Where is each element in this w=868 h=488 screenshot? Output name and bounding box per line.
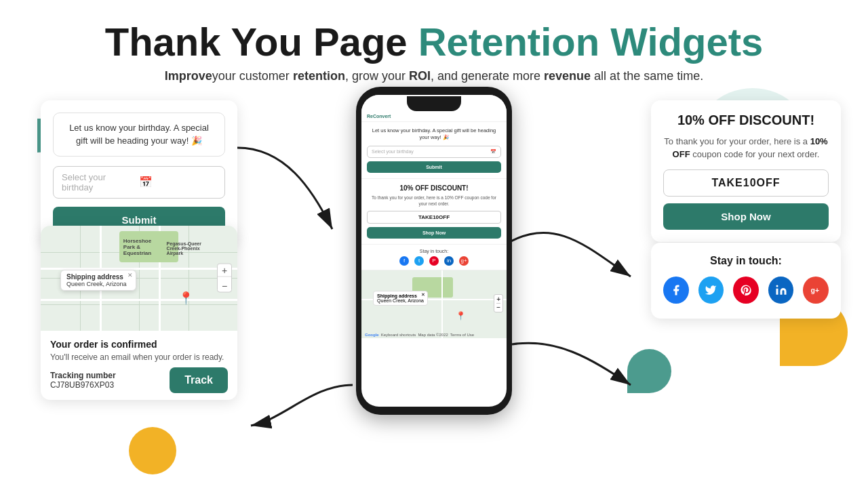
map-zoom-controls: + −	[217, 264, 232, 293]
subtitle-roi: ROI	[409, 69, 431, 83]
map-tooltip-close[interactable]: ✕	[127, 272, 133, 279]
phone-shop-btn[interactable]: Shop Now	[367, 227, 501, 239]
order-info: Your order is confirmed You'll receive a…	[41, 331, 237, 400]
subtitle-improve: Improve	[165, 69, 212, 83]
page-subtitle: Improveyour customer retention, grow you…	[27, 69, 841, 83]
phone-map-zoom: + −	[494, 294, 503, 312]
map-order-widget: HorseshoePark &Equestrian Pegasus-QueerC…	[41, 226, 237, 400]
phone-app-logo: ReConvert	[367, 114, 391, 119]
birthday-bubble-text: Let us know your birthday. A special gif…	[69, 123, 209, 146]
map-location-pin: 📍	[178, 291, 193, 306]
birthday-input-row[interactable]: Select your birthday 📅	[53, 166, 225, 199]
phone-li-icon[interactable]: in	[444, 256, 454, 266]
subtitle-revenue: revenue	[544, 69, 591, 83]
phone-zoom-out[interactable]: −	[496, 303, 500, 311]
facebook-icon[interactable]	[663, 277, 689, 304]
birthday-widget: Let us know your birthday. A special gif…	[41, 100, 237, 245]
birthday-input-placeholder: Select your birthday	[62, 172, 139, 192]
page-header: Thank You Page Retention Widgets Improve…	[0, 0, 868, 94]
track-button[interactable]: Track	[170, 367, 228, 393]
linkedin-icon[interactable]	[768, 277, 794, 304]
tracking-section: Tracking number CJ78UB976XP03 Track	[50, 367, 228, 393]
map-area: HorseshoePark &Equestrian Pegasus-QueerC…	[41, 226, 237, 331]
calendar-icon[interactable]: 📅	[139, 176, 216, 188]
phone-birthday-placeholder: Select your birthday	[372, 149, 414, 154]
phone-social-icons: f t P in g+	[367, 256, 501, 266]
map-zoom-in[interactable]: +	[220, 264, 229, 277]
map-airport-label: Pegasus-QueerCreek-PhoenixAirpark	[167, 241, 201, 256]
phone-social-section: Stay in touch: f t P in g+	[361, 245, 507, 270]
map-zoom-out[interactable]: −	[220, 280, 229, 292]
phone-map-data: Map data ©2022	[418, 333, 448, 337]
phone-tooltip-label: Shipping address	[377, 293, 424, 298]
map-park-label: HorseshoePark &Equestrian	[123, 238, 151, 256]
map-tooltip-value: Queen Creek, Arizona	[66, 281, 130, 287]
title-black: Thank You Page	[105, 20, 418, 64]
discount-desc-text: To thank you for your order, here is a	[664, 136, 810, 146]
discount-title: 10% OFF DISCOUNT!	[663, 113, 829, 128]
phone-discount-title: 10% OFF DISCOUNT!	[367, 184, 501, 192]
subtitle-text2: , grow your	[345, 69, 409, 83]
phone-pi-icon[interactable]: P	[429, 256, 439, 266]
phone-birthday-section: Let us know your birthday. A special gif…	[361, 122, 507, 179]
svg-text:g+: g+	[811, 286, 820, 294]
shop-now-button[interactable]: Shop Now	[663, 203, 829, 230]
phone-mockup: ReConvert Let us know your birthday. A s…	[356, 87, 512, 415]
phone-content: Let us know your birthday. A special gif…	[361, 122, 507, 338]
phone-tooltip-value: Queen Creek, Arizona	[377, 298, 424, 303]
tracking-number: CJ78UB976XP03	[50, 380, 116, 390]
page-title: Thank You Page Retention Widgets	[27, 20, 841, 64]
map-tooltip: ✕ Shipping address Queen Creek, Arizona	[60, 270, 136, 291]
phone-map-section: 📍 Shipping address Queen Creek, Arizona …	[361, 270, 507, 338]
phone-fb-icon[interactable]: f	[399, 256, 409, 266]
social-icons-row: g+	[663, 277, 829, 304]
discount-description: To thank you for your order, here is a 1…	[663, 135, 829, 161]
phone-cal-icon: 📅	[490, 149, 496, 155]
phone-map-tooltip: Shipping address Queen Creek, Arizona ✕	[373, 291, 428, 306]
subtitle-text3: , and generate more	[431, 69, 544, 83]
coupon-code-box: TAKE10OFF	[663, 169, 829, 197]
subtitle-text1: your customer	[212, 69, 293, 83]
phone-map-pin: 📍	[456, 311, 466, 321]
order-confirmed-desc: You'll receive an email when your order …	[50, 352, 228, 362]
pinterest-icon[interactable]	[733, 277, 759, 304]
phone-zoom-in[interactable]: +	[496, 296, 500, 303]
title-teal: Retention Widgets	[418, 20, 764, 64]
phone-discount-desc: To thank you for your order, here is a 1…	[367, 195, 501, 207]
discount-widget: 10% OFF DISCOUNT! To thank you for your …	[651, 100, 841, 242]
map-road	[41, 299, 237, 301]
phone-map-kb: Keyboard shortcuts	[381, 333, 416, 337]
tracking-info: Tracking number CJ78UB976XP03	[50, 371, 116, 390]
phone-map-terms: Terms of Use	[450, 333, 474, 337]
birthday-bubble: Let us know your birthday. A special gif…	[53, 113, 225, 157]
phone-outer: ReConvert Let us know your birthday. A s…	[356, 87, 512, 415]
phone-map-footer: Google Keyboard shortcuts Map data ©2022…	[365, 333, 474, 337]
twitter-icon[interactable]	[698, 277, 724, 304]
map-background: HorseshoePark &Equestrian Pegasus-QueerC…	[41, 226, 237, 331]
discount-desc-end: coupon code for your next order.	[690, 149, 820, 159]
phone-notch	[407, 96, 461, 111]
content-area: Let us know your birthday. A special gif…	[0, 94, 868, 470]
subtitle-retention: retention	[293, 69, 345, 83]
googleplus-icon[interactable]: g+	[803, 277, 829, 304]
phone-social-title: Stay in touch:	[367, 249, 501, 253]
phone-gp-icon[interactable]: g+	[459, 256, 469, 266]
map-tooltip-label: Shipping address	[66, 273, 130, 281]
phone-tw-icon[interactable]: t	[414, 256, 424, 266]
phone-map-road-v	[441, 270, 443, 338]
phone-screen: ReConvert Let us know your birthday. A s…	[361, 95, 507, 407]
order-confirmed-title: Your order is confirmed	[50, 339, 228, 350]
phone-birthday-bubble: Let us know your birthday. A special gif…	[367, 127, 501, 142]
phone-tooltip-close[interactable]: ✕	[421, 292, 425, 298]
social-widget: Stay in touch: g+	[651, 243, 841, 319]
subtitle-text4: all at the same time.	[591, 69, 703, 83]
phone-coupon-code: TAKE10OFF	[367, 211, 501, 224]
phone-submit-btn[interactable]: Submit	[367, 161, 501, 173]
phone-google-logo: Google	[365, 333, 379, 337]
svg-point-0	[776, 285, 778, 287]
phone-birthday-input[interactable]: Select your birthday 📅	[367, 146, 501, 158]
tracking-label: Tracking number	[50, 371, 116, 380]
phone-discount-section: 10% OFF DISCOUNT! To thank you for your …	[361, 179, 507, 245]
social-title: Stay in touch:	[663, 255, 829, 267]
